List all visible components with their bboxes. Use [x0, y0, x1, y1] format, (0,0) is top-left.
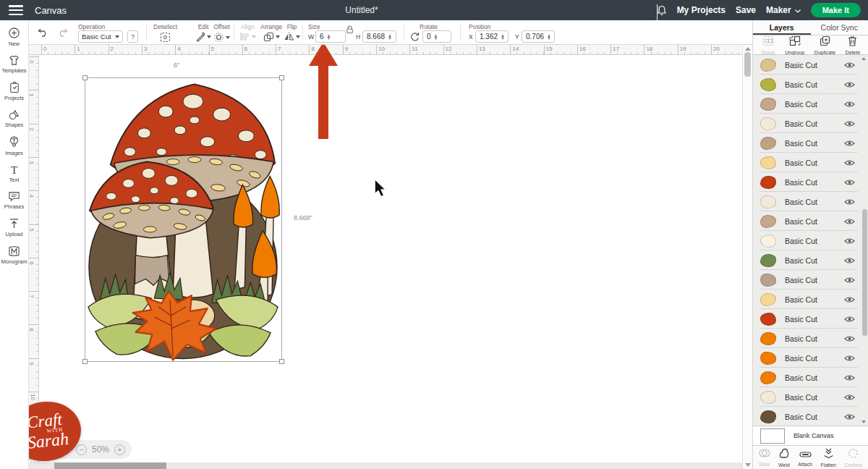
layer-visibility-toggle[interactable]: [844, 274, 855, 287]
layer-row[interactable]: Basic Cut: [753, 153, 868, 172]
attach-button[interactable]: Attach: [798, 448, 812, 467]
projects-icon: [9, 82, 20, 93]
sidebar-item-projects[interactable]: Projects: [0, 82, 29, 101]
layer-visibility-toggle[interactable]: [844, 254, 855, 267]
selected-artwork[interactable]: [85, 78, 281, 361]
duplicate-button[interactable]: Duplicate: [814, 35, 835, 55]
stepper-icon[interactable]: ▲▼: [327, 34, 331, 40]
layer-visibility-toggle[interactable]: [844, 137, 855, 150]
layer-visibility-toggle[interactable]: [844, 352, 855, 365]
deselect-button[interactable]: Deselect: [153, 23, 177, 43]
scroll-down-icon[interactable]: [861, 421, 866, 423]
sidebar-item-phrases[interactable]: Phrases: [0, 191, 29, 210]
tab-color-sync[interactable]: Color Sync: [811, 20, 868, 35]
canvas-vertical-scrollbar[interactable]: [742, 45, 752, 469]
layer-row[interactable]: Basic Cut: [753, 211, 868, 231]
layer-visibility-toggle[interactable]: [844, 176, 855, 189]
selection-handle[interactable]: [279, 75, 284, 80]
layer-row[interactable]: Basic Cut: [753, 55, 868, 75]
layer-row[interactable]: Basic Cut: [753, 387, 868, 407]
scroll-up-icon[interactable]: [745, 47, 751, 51]
layer-visibility-toggle[interactable]: [844, 78, 855, 91]
layer-visibility-toggle[interactable]: [844, 215, 855, 228]
help-button[interactable]: ?: [127, 30, 138, 43]
operation-select[interactable]: Basic Cut: [78, 30, 123, 43]
edit-menu-button[interactable]: Edit: [195, 23, 211, 42]
layer-row[interactable]: Basic Cut: [753, 309, 868, 329]
stepper-icon[interactable]: ▲▼: [388, 34, 392, 40]
selection-handle[interactable]: [82, 75, 88, 80]
selection-box[interactable]: [85, 77, 282, 362]
stepper-icon[interactable]: ▲▼: [547, 34, 551, 40]
lock-icon[interactable]: [346, 24, 354, 37]
hamburger-menu-icon[interactable]: [9, 5, 23, 15]
layer-row[interactable]: Basic Cut: [753, 270, 868, 290]
sidebar-item-images[interactable]: Images: [0, 136, 29, 156]
layer-visibility-toggle[interactable]: [844, 98, 855, 111]
rotate-input[interactable]: 0 ▲▼: [422, 30, 451, 43]
layer-row[interactable]: Basic Cut: [753, 329, 868, 348]
layer-row[interactable]: Basic Cut: [753, 172, 868, 192]
machine-selector[interactable]: Maker: [766, 5, 801, 15]
ungroup-button[interactable]: Ungroup: [785, 35, 804, 55]
width-input[interactable]: 6 ▲▼: [315, 30, 346, 43]
scroll-down-icon[interactable]: [745, 463, 751, 467]
layer-row[interactable]: Basic Cut: [753, 114, 868, 133]
blank-canvas-swatch[interactable]: [760, 428, 785, 444]
layer-row[interactable]: Basic Cut: [753, 290, 868, 309]
layer-row[interactable]: Basic Cut: [753, 231, 868, 250]
scroll-up-icon[interactable]: [861, 57, 866, 60]
layer-row[interactable]: Basic Cut: [753, 407, 868, 426]
layer-row[interactable]: Basic Cut: [753, 133, 868, 153]
zoom-out-button[interactable]: −: [76, 444, 87, 455]
rotate-icon[interactable]: [410, 31, 420, 44]
layer-row[interactable]: Basic Cut: [753, 75, 868, 94]
sidebar-item-upload[interactable]: Upload: [0, 218, 29, 237]
sidebar-item-text[interactable]: T Text: [0, 164, 29, 183]
layer-visibility-toggle[interactable]: [844, 332, 855, 345]
height-input[interactable]: 8.668 ▲▼: [362, 30, 396, 43]
layer-visibility-toggle[interactable]: [844, 156, 855, 169]
layer-visibility-toggle[interactable]: [844, 195, 855, 208]
layer-visibility-toggle[interactable]: [844, 391, 855, 404]
x-input[interactable]: 1.362 ▲▼: [475, 30, 509, 43]
sidebar-item-new[interactable]: New: [0, 27, 29, 47]
layer-visibility-toggle[interactable]: [844, 117, 855, 130]
my-projects-link[interactable]: My Projects: [677, 5, 726, 15]
layer-visibility-toggle[interactable]: [844, 410, 855, 423]
sidebar-item-templates[interactable]: Templates: [0, 55, 29, 74]
blank-canvas-row[interactable]: Blank Canvas: [753, 426, 868, 445]
layer-visibility-toggle[interactable]: [844, 234, 855, 248]
redo-icon[interactable]: [56, 27, 68, 40]
layer-row[interactable]: Basic Cut: [753, 94, 868, 114]
layer-visibility-toggle[interactable]: [844, 313, 855, 326]
sidebar-item-shapes[interactable]: Shapes: [0, 109, 29, 128]
sidebar-item-monogram[interactable]: Monogram: [0, 245, 29, 265]
delete-button[interactable]: Delete: [846, 35, 860, 55]
offset-menu-button[interactable]: Offset: [213, 23, 230, 43]
layer-row[interactable]: Basic Cut: [753, 250, 868, 270]
arrange-menu-button[interactable]: Arrange: [260, 23, 282, 42]
selection-handle[interactable]: [279, 359, 284, 364]
layer-visibility-toggle[interactable]: [844, 371, 855, 384]
flatten-button[interactable]: Flatten: [821, 448, 836, 468]
selection-handle[interactable]: [82, 359, 88, 364]
flip-menu-button[interactable]: Flip: [284, 23, 300, 41]
layers-scrollbar[interactable]: [862, 61, 867, 420]
save-link[interactable]: Save: [736, 5, 756, 15]
layer-row[interactable]: Basic Cut: [753, 348, 868, 368]
layer-row[interactable]: Basic Cut: [753, 368, 868, 387]
layer-visibility-toggle[interactable]: [844, 293, 855, 306]
layer-row[interactable]: Basic Cut: [753, 192, 868, 211]
y-input[interactable]: 0.706 ▲▼: [522, 30, 555, 43]
stepper-icon[interactable]: ▲▼: [434, 34, 438, 40]
weld-button[interactable]: Weld: [778, 448, 790, 468]
zoom-in-button[interactable]: +: [114, 444, 125, 455]
canvas-horizontal-scrollbar[interactable]: [29, 462, 742, 469]
tab-layers[interactable]: Layers: [753, 20, 811, 35]
make-it-button[interactable]: Make It: [811, 3, 861, 17]
layer-visibility-toggle[interactable]: [844, 59, 855, 72]
canvas[interactable]: 0123456789101112131415161718192021 01234…: [29, 45, 752, 469]
undo-icon[interactable]: [38, 27, 49, 40]
stepper-icon[interactable]: ▲▼: [501, 34, 505, 40]
